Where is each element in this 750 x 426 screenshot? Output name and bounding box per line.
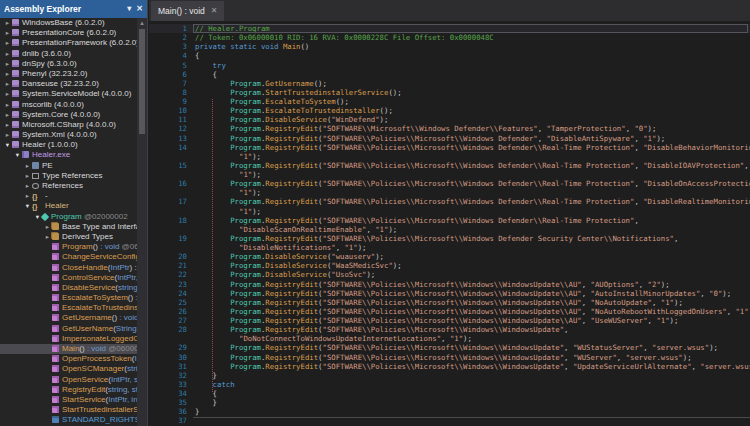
decompiled-code-view[interactable]: 1// Healer.Program2// Token: 0x06000010 … (149, 21, 750, 426)
line-number: 24 (159, 289, 187, 298)
tree-item[interactable]: GetUserName(StringBuilder) (0, 324, 137, 334)
close-icon[interactable]: ✕ (136, 5, 143, 13)
expander-icon[interactable]: ▸ (3, 69, 12, 79)
tree-item[interactable]: ▸{}- (0, 191, 137, 201)
tree-item[interactable]: ▸PresentationCore (6.0.2.0) (0, 28, 137, 38)
tree-item-label: ControlService (62, 273, 114, 282)
code-line: "1"); (149, 188, 750, 197)
tree-item[interactable]: EscalateToSystem() : void (0, 293, 137, 303)
tree-item[interactable]: StartService(IntPtr, int, string) (0, 395, 137, 405)
expander-icon[interactable]: ▾ (23, 201, 32, 211)
code-line: 19Program.RegistryEdit("SOFTWARE\\Polici… (149, 234, 750, 243)
code-line: 9Program.EscalateToSystem(); (149, 97, 750, 106)
tree-item-label: : void (85, 344, 106, 353)
line-number: 31 (159, 362, 187, 371)
expander-icon[interactable]: ▸ (3, 120, 12, 130)
expander-icon[interactable]: ▸ (43, 222, 52, 232)
scroll-up-icon[interactable]: ▲ (137, 18, 147, 28)
tree-item[interactable]: ▸System.ServiceModel (4.0.0.0) (0, 89, 137, 99)
tree-item[interactable]: ▸Microsoft.CSharp (4.0.0.0) (0, 120, 137, 130)
expander-icon[interactable]: ▸ (3, 28, 12, 38)
tree-item[interactable]: ▾Healer.exe (0, 150, 137, 160)
tree-item[interactable]: GetUsername() : void @0 (0, 313, 137, 323)
tree-item[interactable]: ▸PresentationFramework (6.0.2.0) (0, 38, 137, 48)
expander-icon[interactable]: ▸ (3, 89, 12, 99)
assembly-icon (12, 131, 19, 138)
tree-item-label: Healer.exe (32, 150, 70, 159)
tree-item[interactable]: ▸Base Type and Interfaces (0, 222, 137, 232)
tree-item[interactable]: Program() : void @06000001 (0, 242, 137, 252)
tree-item[interactable]: ▸Danseuse (32.23.2.0) (0, 79, 137, 89)
module-icon (22, 151, 29, 158)
expander-icon[interactable]: ▸ (3, 38, 12, 48)
tree-item[interactable]: ▸WindowsBase (6.0.2.0) (0, 18, 137, 28)
code-text: Program.RegistryEdit("SOFTWARE\\Policies… (195, 316, 678, 325)
tree-item[interactable]: CloseHandle(IntPtr) : bool (0, 263, 137, 273)
expander-icon[interactable]: ▸ (3, 130, 12, 140)
expander-icon[interactable]: ▸ (23, 181, 32, 191)
line-number: 27 (159, 316, 187, 325)
line-number: 1 (159, 24, 187, 33)
tree-item[interactable]: StartTrustedinstallerService() (0, 405, 137, 415)
tree-item[interactable]: ▸System.Xml (4.0.0.0) (0, 130, 137, 140)
expander-icon[interactable]: ▸ (3, 18, 12, 28)
line-number: 28 (159, 325, 187, 334)
field-icon (52, 416, 59, 423)
tree-item[interactable]: ▸dnlib (3.6.0.0) (0, 49, 137, 59)
tree-item[interactable]: ▾Program @02000002 (0, 212, 137, 222)
tree-item[interactable]: ▸mscorlib (4.0.0.0) (0, 100, 137, 110)
tree-item[interactable]: ▸Phenyl (32.23.2.0) (0, 69, 137, 79)
line-number: 14 (159, 143, 187, 152)
tree-item[interactable]: ▸System.Core (4.0.0.0) (0, 110, 137, 120)
tree-item[interactable]: EscalateToTrustedinstaller() (0, 303, 137, 313)
line-number: 33 (159, 380, 187, 389)
tab-main-void[interactable]: Main() : void ✕ (151, 1, 224, 21)
expander-icon[interactable]: ▸ (3, 110, 12, 120)
tree-item[interactable]: Main() : void @06000010 (0, 344, 137, 354)
tree-item[interactable]: ▸dnSpy (6.3.0.0) (0, 59, 137, 69)
code-text: Program.RegistryEdit("SOFTWARE\\Policies… (195, 216, 639, 225)
tree-item[interactable]: ChangeServiceConfig(IntPtr, string) (0, 252, 137, 262)
expander-icon[interactable]: ▸ (3, 49, 12, 59)
tree-item-label: @06000001 (119, 242, 137, 251)
expander-icon[interactable]: ▸ (23, 161, 32, 171)
code-text: // Healer.Program (195, 24, 270, 33)
expander-icon[interactable]: ▸ (23, 191, 32, 201)
expander-icon[interactable]: ▸ (3, 59, 12, 69)
line-number: 5 (159, 61, 187, 70)
tab-close-icon[interactable]: ✕ (211, 7, 218, 15)
tree-item[interactable]: OpenSCManager(string, string) (0, 364, 137, 374)
code-text: "1"); (195, 207, 261, 216)
line-number: 36 (159, 407, 187, 416)
tree-item[interactable]: ImpersonateLoggedOnUser(IntPtr) (0, 334, 137, 344)
code-line: "1"); (149, 207, 750, 216)
sidebar-scrollbar[interactable]: ▲ (137, 18, 147, 426)
tree-item-label: StartTrustedinstallerService (62, 405, 137, 414)
tree-item[interactable]: ▾Healer (1.0.0.0) (0, 140, 137, 150)
tree-item[interactable]: ▾{}Healer (0, 201, 137, 211)
tree-item[interactable]: RegistryEdit(string, string, string) (0, 385, 137, 395)
expander-icon[interactable]: ▸ (43, 232, 52, 242)
line-number: 13 (159, 134, 187, 143)
tree-item[interactable]: ControlService(IntPtr, int) (0, 273, 137, 283)
tree-item[interactable]: ▸References (0, 181, 137, 191)
method-icon (52, 376, 59, 383)
expander-icon[interactable]: ▸ (3, 79, 12, 89)
expander-icon[interactable]: ▾ (3, 140, 12, 150)
tree-item[interactable]: STANDARD_RIGHTS_REQUIRED (0, 415, 137, 425)
assembly-tree[interactable]: ▸WindowsBase (6.0.2.0)▸PresentationCore … (0, 18, 137, 426)
tree-item[interactable]: DisableService(string) : void (0, 283, 137, 293)
expander-icon[interactable]: ▸ (3, 100, 12, 110)
expander-icon[interactable]: ▾ (13, 150, 22, 160)
tab-label: Main() : void (158, 6, 205, 16)
scrollbar-thumb[interactable] (139, 29, 145, 134)
tree-item[interactable]: ▸Derived Types (0, 232, 137, 242)
tree-item[interactable]: OpenService(IntPtr, string) (0, 375, 137, 385)
code-text: "1"); (195, 170, 261, 179)
tree-item[interactable]: ▸Type References (0, 171, 137, 181)
expander-icon[interactable]: ▸ (23, 171, 32, 181)
assembly-icon (12, 90, 19, 97)
tree-item[interactable]: ▸PE (0, 161, 137, 171)
tree-item[interactable]: OpenProcessToken(IntPtr, int) (0, 354, 137, 364)
chevron-down-icon[interactable]: ▾ (127, 5, 131, 13)
